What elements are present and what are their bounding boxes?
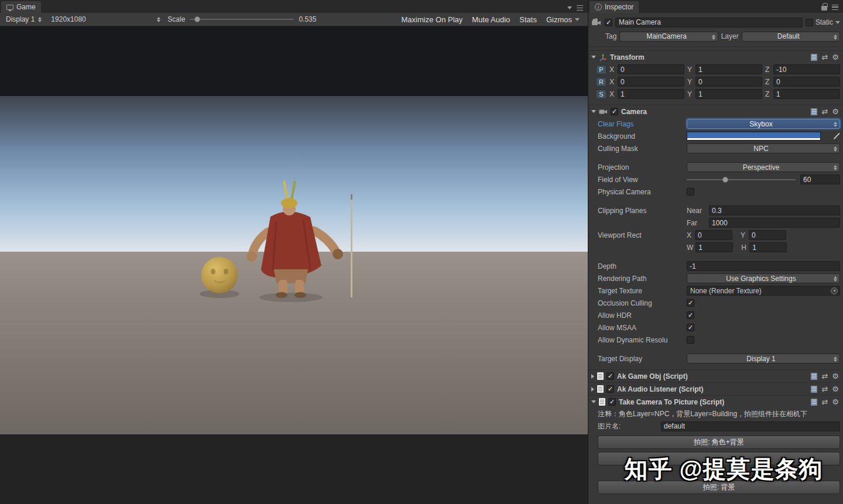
chevron-down-icon[interactable]: [835, 21, 840, 24]
take-camera-enabled-checkbox[interactable]: [608, 398, 616, 406]
scale-x-field[interactable]: 1: [618, 89, 684, 99]
resolution-value: 1920x1080: [51, 15, 85, 23]
gizmos-dropdown[interactable]: Gizmos: [542, 15, 584, 24]
maximize-on-play-button[interactable]: Maximize On Play: [397, 15, 468, 24]
gear-icon[interactable]: ⚙: [832, 385, 839, 393]
position-y-field[interactable]: 1: [695, 64, 762, 74]
foldout-icon[interactable]: [591, 110, 596, 113]
position-x-field[interactable]: 0: [618, 64, 684, 74]
menu-icon[interactable]: [577, 5, 583, 11]
display-dropdown[interactable]: Display 1: [4, 14, 44, 25]
scale-badge[interactable]: S: [596, 90, 606, 99]
capture-role-bg-button[interactable]: 拍照: 角色+背景: [598, 436, 840, 449]
field-of-view-knob[interactable]: [722, 177, 728, 183]
camera-header[interactable]: Camera ⇄ ⚙: [588, 105, 843, 118]
gear-icon[interactable]: ⚙: [832, 53, 839, 61]
swap-icon[interactable]: ⇄: [821, 53, 828, 61]
image-name-field[interactable]: default: [661, 421, 840, 431]
swap-icon[interactable]: ⇄: [821, 398, 828, 406]
presets-icon[interactable]: [811, 54, 817, 61]
foldout-icon[interactable]: [591, 374, 594, 379]
depth-field[interactable]: -1: [687, 261, 840, 271]
gear-icon[interactable]: ⚙: [832, 398, 839, 406]
ak-audio-listener-enabled-checkbox[interactable]: [606, 385, 614, 393]
resolution-dropdown[interactable]: 1920x1080: [49, 14, 163, 25]
target-display-dropdown[interactable]: Display 1: [687, 354, 840, 364]
static-checkbox[interactable]: [806, 19, 813, 26]
tag-dropdown[interactable]: MainCamera: [619, 32, 718, 42]
presets-icon[interactable]: [811, 386, 817, 393]
swap-icon[interactable]: ⇄: [821, 108, 828, 115]
allow-msaa-checkbox[interactable]: [687, 324, 694, 331]
rendering-path-dropdown[interactable]: Use Graphics Settings: [687, 273, 840, 283]
game-render-area[interactable]: [0, 96, 588, 434]
eyedropper-icon[interactable]: [832, 132, 840, 140]
far-field[interactable]: 1000: [709, 218, 840, 228]
presets-icon[interactable]: [811, 108, 817, 115]
rendering-path-value: Use Graphics Settings: [726, 275, 796, 283]
target-texture-field[interactable]: None (Render Texture): [687, 286, 840, 296]
presets-icon[interactable]: [811, 373, 817, 380]
presets-icon[interactable]: [811, 399, 817, 406]
position-badge[interactable]: P: [596, 65, 606, 74]
physical-camera-checkbox[interactable]: [687, 188, 694, 196]
foldout-icon[interactable]: [591, 387, 594, 392]
lock-icon[interactable]: [821, 6, 827, 11]
gear-icon[interactable]: ⚙: [832, 108, 839, 115]
inspector-tab-label: Inspector: [605, 3, 633, 11]
swap-icon[interactable]: ⇄: [821, 385, 828, 393]
stats-button[interactable]: Stats: [515, 15, 542, 24]
chevron-down-icon: [575, 18, 580, 21]
layer-dropdown[interactable]: Default: [742, 32, 840, 42]
static-group[interactable]: Static: [806, 18, 840, 26]
viewport-w-field[interactable]: 1: [695, 242, 733, 252]
swap-icon[interactable]: ⇄: [821, 372, 828, 380]
clear-flags-dropdown[interactable]: Skybox: [687, 119, 840, 129]
x-label: X: [609, 66, 615, 74]
allow-dynamic-resolution-checkbox[interactable]: [687, 336, 694, 344]
take-camera-to-picture-header[interactable]: Take Camera To Picture (Script) ⇄ ⚙: [588, 395, 843, 408]
mute-audio-button[interactable]: Mute Audio: [467, 15, 515, 24]
rotation-badge[interactable]: R: [596, 77, 606, 87]
ak-audio-listener-header[interactable]: Ak Audio Listener (Script) ⇄ ⚙: [588, 382, 843, 395]
ak-game-obj-header[interactable]: Ak Game Obj (Script) ⇄ ⚙: [588, 369, 843, 382]
viewport-h-field[interactable]: 1: [749, 242, 787, 252]
field-of-view-field[interactable]: 60: [800, 174, 840, 184]
menu-icon[interactable]: [832, 5, 838, 10]
foldout-icon[interactable]: [591, 400, 596, 403]
gear-icon[interactable]: ⚙: [832, 372, 839, 380]
rotation-x-field[interactable]: 0: [618, 77, 684, 87]
scale-y-field[interactable]: 1: [695, 89, 762, 99]
allow-hdr-checkbox[interactable]: [687, 311, 694, 319]
transform-header[interactable]: Transform ⇄ ⚙: [588, 50, 843, 63]
z-label: Z: [765, 66, 770, 74]
near-field[interactable]: 0.3: [709, 205, 840, 215]
chevron-down-icon[interactable]: [567, 6, 572, 9]
viewport-y-field[interactable]: 0: [749, 230, 786, 240]
tab-inspector[interactable]: i Inspector: [590, 1, 639, 13]
viewport-x-field[interactable]: 0: [695, 230, 732, 240]
gameobject-enabled-checkbox[interactable]: [605, 19, 612, 26]
scale-z-field[interactable]: 1: [773, 89, 840, 99]
updown-icon: [834, 356, 837, 362]
rotation-y-field[interactable]: 0: [695, 77, 762, 87]
occlusion-culling-checkbox[interactable]: [687, 299, 694, 307]
foldout-icon[interactable]: [591, 56, 596, 59]
ak-game-obj-enabled-checkbox[interactable]: [606, 372, 614, 380]
gameobject-name-field[interactable]: Main Camera: [615, 18, 803, 28]
object-picker-icon[interactable]: [831, 287, 838, 294]
watermark: 知乎 @提莫是条狗: [605, 453, 842, 485]
camera-enabled-checkbox[interactable]: [611, 108, 618, 115]
position-z-field[interactable]: -10: [773, 64, 840, 74]
clear-flags-value: Skybox: [749, 120, 772, 128]
background-color-field[interactable]: [687, 132, 821, 140]
field-of-view-slider[interactable]: [687, 179, 796, 180]
background-row: Background: [588, 130, 843, 142]
rotation-z-field[interactable]: 0: [773, 77, 840, 87]
rotation-row: R X 0 Y 0 Z 0: [588, 76, 843, 88]
scale-slider-knob[interactable]: [194, 16, 200, 22]
projection-dropdown[interactable]: Perspective: [687, 162, 840, 172]
culling-mask-dropdown[interactable]: NPC: [687, 143, 840, 153]
scale-slider[interactable]: [190, 19, 294, 20]
tab-game[interactable]: Game: [1, 1, 41, 13]
